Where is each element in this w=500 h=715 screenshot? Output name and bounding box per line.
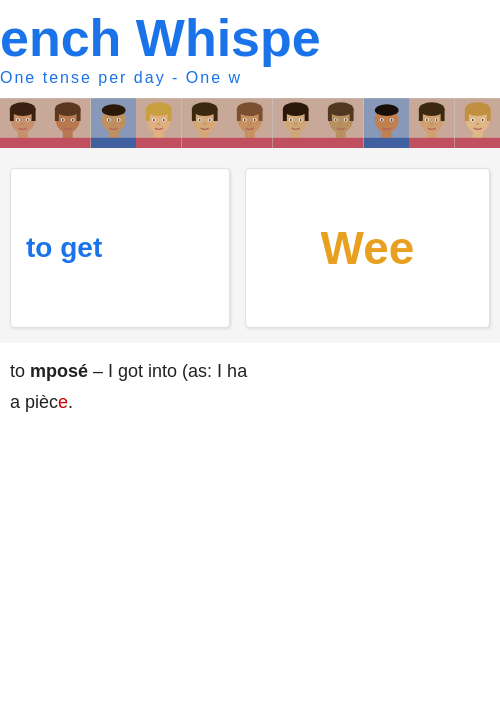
svg-point-55: [199, 119, 201, 121]
svg-point-115: [430, 123, 433, 125]
svg-point-91: [335, 119, 337, 121]
svg-point-43: [153, 119, 155, 121]
svg-point-9: [17, 119, 19, 121]
svg-rect-63: [237, 109, 241, 121]
svg-rect-64: [259, 109, 263, 121]
avatar-3: [91, 98, 136, 148]
bottom-line1: to mposé – I got into (as: I ha: [10, 358, 490, 385]
avatar-strip: [0, 98, 500, 148]
svg-point-125: [471, 119, 473, 121]
svg-point-114: [436, 119, 438, 121]
svg-point-23: [67, 123, 70, 125]
svg-point-21: [62, 119, 64, 121]
svg-rect-96: [364, 138, 409, 148]
svg-rect-84: [318, 138, 363, 148]
week-card: Wee: [245, 168, 490, 328]
svg-rect-109: [419, 109, 423, 121]
avatar-7: [273, 98, 318, 148]
svg-point-79: [290, 119, 292, 121]
svg-rect-72: [273, 138, 318, 148]
svg-rect-87: [328, 109, 332, 121]
app-title: ench Whispe: [0, 10, 500, 67]
svg-point-103: [385, 123, 388, 125]
svg-point-22: [72, 119, 74, 121]
svg-rect-51: [192, 109, 196, 121]
svg-rect-60: [227, 138, 272, 148]
header: ench Whispe One tense per day - One w: [0, 0, 500, 98]
svg-point-127: [476, 123, 479, 125]
svg-rect-40: [168, 109, 172, 121]
svg-point-28: [102, 104, 126, 116]
avatar-4: [136, 98, 181, 148]
svg-rect-5: [10, 109, 14, 121]
app-subtitle: One tense per day - One w: [0, 67, 500, 93]
svg-rect-75: [283, 109, 287, 121]
svg-point-11: [21, 123, 24, 125]
line1-bold: mposé: [30, 361, 88, 381]
svg-point-32: [118, 119, 120, 121]
svg-rect-88: [350, 109, 354, 121]
svg-point-31: [108, 119, 110, 121]
svg-rect-118: [455, 138, 500, 148]
svg-rect-122: [486, 109, 490, 121]
svg-rect-48: [182, 138, 227, 148]
svg-rect-14: [45, 138, 90, 148]
svg-point-102: [390, 119, 392, 121]
svg-rect-17: [55, 109, 59, 121]
verb-card: to get: [10, 168, 230, 328]
avatar-1: [0, 98, 45, 148]
svg-rect-52: [213, 109, 217, 121]
svg-rect-26: [91, 138, 136, 148]
subtitle-text: One tense per day - One w: [0, 69, 242, 86]
svg-rect-2: [0, 138, 45, 148]
avatar-6: [227, 98, 272, 148]
bottom-line2: a pièce.: [10, 389, 490, 416]
svg-point-68: [254, 119, 256, 121]
line2-period: .: [68, 392, 73, 412]
svg-point-56: [208, 119, 210, 121]
line1-rest: – I got into (as: I ha: [88, 361, 247, 381]
svg-point-33: [112, 123, 115, 125]
avatar-9: [364, 98, 409, 148]
svg-point-113: [426, 119, 428, 121]
main-content: to get Wee: [0, 148, 500, 343]
svg-point-101: [380, 119, 382, 121]
svg-point-10: [27, 119, 29, 121]
svg-rect-6: [32, 109, 36, 121]
svg-rect-106: [409, 138, 454, 148]
svg-rect-76: [304, 109, 308, 121]
svg-point-69: [249, 123, 252, 125]
svg-rect-121: [464, 109, 468, 121]
week-card-text: Wee: [321, 221, 415, 275]
bottom-section: to mposé – I got into (as: I ha a pièce.: [0, 343, 500, 426]
svg-point-67: [244, 119, 246, 121]
svg-rect-18: [77, 109, 81, 121]
line2-red-letter: e: [58, 392, 68, 412]
avatar-8: [318, 98, 363, 148]
svg-rect-110: [441, 109, 445, 121]
avatar-2: [45, 98, 90, 148]
avatar-11: [455, 98, 500, 148]
svg-point-57: [203, 123, 206, 125]
svg-point-92: [345, 119, 347, 121]
title-text: ench Whispe: [0, 10, 321, 67]
svg-rect-39: [146, 109, 150, 121]
svg-point-44: [163, 119, 165, 121]
svg-point-80: [299, 119, 301, 121]
line1-intro: to: [10, 361, 30, 381]
svg-rect-36: [136, 138, 181, 148]
svg-point-81: [294, 123, 297, 125]
svg-point-93: [339, 123, 342, 125]
svg-point-126: [481, 119, 483, 121]
line2-text: a pièc: [10, 392, 58, 412]
avatar-5: [182, 98, 227, 148]
verb-card-text: to get: [26, 232, 102, 264]
avatar-10: [409, 98, 454, 148]
svg-point-45: [158, 123, 161, 125]
svg-point-98: [374, 104, 398, 116]
